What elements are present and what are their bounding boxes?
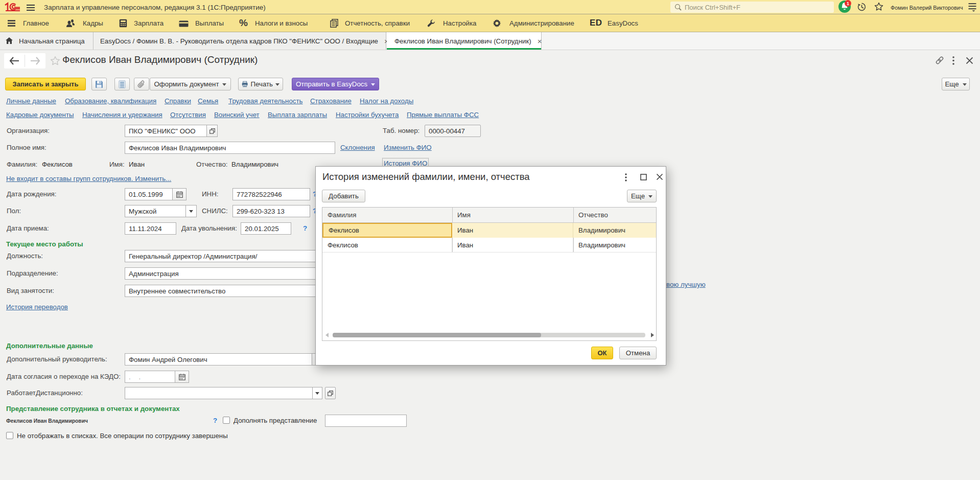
window-close-icon[interactable] xyxy=(966,57,973,64)
dialog-cancel-button[interactable]: Отмена xyxy=(619,347,657,359)
navlink-military[interactable]: Воинский учет xyxy=(214,111,260,119)
birth-date-input[interactable]: 01.05.1999 xyxy=(125,188,173,200)
hide-in-lists-checkbox[interactable] xyxy=(6,432,13,439)
remote-work-dropdown-button[interactable] xyxy=(312,387,322,399)
navlink-absences[interactable]: Отсутствия xyxy=(170,111,206,119)
cell-name[interactable]: Иван xyxy=(452,238,573,253)
declension-link[interactable]: Склонения xyxy=(340,144,375,151)
menu-item-salary[interactable]: Зарплата xyxy=(134,14,164,32)
navlink-hr-documents[interactable]: Кадровые документы xyxy=(6,111,74,119)
window-star-icon[interactable] xyxy=(50,56,60,66)
change-fio-link[interactable]: Изменить ФИО xyxy=(384,144,432,151)
attachments-button[interactable] xyxy=(134,78,149,90)
dialog-ok-button[interactable]: ОК xyxy=(591,347,613,359)
navlink-accruals[interactable]: Начисления и удержания xyxy=(82,111,162,119)
org-input[interactable]: ПКО "ФЕНИКС" ООО xyxy=(125,125,207,137)
window-more-icon[interactable] xyxy=(952,56,954,65)
search-icon xyxy=(674,4,682,11)
partial-link[interactable]: вою лучшую xyxy=(666,281,706,288)
fire-date-help-link[interactable]: ? xyxy=(303,224,307,232)
favorites-star-icon[interactable] xyxy=(874,2,883,11)
transfers-history-link[interactable]: История переводов xyxy=(6,303,68,311)
supplement-label[interactable]: Дополнять представление xyxy=(234,417,317,424)
navlink-income-tax[interactable]: Налог на доходы xyxy=(360,97,413,105)
scroll-left-icon[interactable] xyxy=(325,333,329,337)
column-header-surname[interactable]: Фамилия xyxy=(322,208,452,223)
menu-item-payments[interactable]: Выплаты xyxy=(195,14,224,32)
column-header-patronymic[interactable]: Отчество xyxy=(573,208,656,223)
org-open-button[interactable] xyxy=(207,125,218,137)
gender-select[interactable]: Мужской xyxy=(125,205,186,217)
tab-home[interactable]: Начальная страница xyxy=(0,32,94,50)
hire-date-input[interactable]: 11.11.2024 xyxy=(125,222,176,235)
cell-name[interactable]: Иван xyxy=(452,223,573,238)
scroll-right-icon[interactable] xyxy=(651,333,654,337)
supplement-checkbox[interactable] xyxy=(223,417,230,424)
navlink-fss[interactable]: Прямые выплаты ФСС xyxy=(407,111,479,119)
dialog-close-icon[interactable] xyxy=(656,173,663,180)
navlink-family[interactable]: Семья xyxy=(198,97,218,105)
gender-dropdown-button[interactable] xyxy=(185,205,197,217)
forward-arrow-icon[interactable] xyxy=(30,57,40,65)
show-requisites-button[interactable] xyxy=(114,78,130,90)
menu-item-administration[interactable]: Администрирование xyxy=(509,14,574,32)
representation-help-link[interactable]: ? xyxy=(213,417,217,424)
kedo-date-input[interactable]: . . xyxy=(125,371,175,383)
birth-date-calendar-button[interactable] xyxy=(173,188,186,200)
tab-employee[interactable]: Феклисов Иван Владимирович (Сотрудник) × xyxy=(387,32,542,50)
table-row-selected[interactable]: Феклисов Иван Владимирович xyxy=(322,223,656,238)
back-arrow-icon[interactable] xyxy=(9,57,19,65)
hide-in-lists-label[interactable]: Не отображать в списках. Все операции по… xyxy=(17,432,228,440)
navlink-salary-payment[interactable]: Выплата зарплаты xyxy=(268,111,327,119)
table-row[interactable]: Феклисов Иван Владимирович xyxy=(322,238,656,253)
groups-link[interactable]: Не входит в составы групп сотрудников. И… xyxy=(6,175,171,182)
navlink-labor-activity[interactable]: Трудовая деятельность xyxy=(228,97,303,105)
dialog-add-button[interactable]: Добавить xyxy=(322,190,365,202)
dialog-maximize-icon[interactable] xyxy=(640,174,647,180)
cell-surname-selected[interactable]: Феклисов xyxy=(322,223,452,238)
supplement-input[interactable] xyxy=(325,415,407,427)
cell-patronymic[interactable]: Владимирович xyxy=(573,223,656,238)
dialog-more-icon[interactable] xyxy=(625,173,627,181)
link-chain-icon[interactable] xyxy=(935,56,944,65)
menu-item-main[interactable]: Главное xyxy=(23,14,49,32)
menu-item-settings[interactable]: Настройка xyxy=(443,14,476,32)
global-search-input[interactable]: Поиск Ctrl+Shift+F xyxy=(670,2,834,13)
add-manager-input[interactable]: Фомин Андрей Олегович xyxy=(125,353,312,365)
menu-item-taxes[interactable]: Налоги и взносы xyxy=(255,14,308,32)
kedo-calendar-button[interactable] xyxy=(175,371,189,383)
menu-item-staff[interactable]: Кадры xyxy=(83,14,103,32)
service-menu-icon[interactable] xyxy=(968,3,976,12)
navlink-certificates[interactable]: Справки xyxy=(165,97,191,105)
send-easydocs-button[interactable]: Отправить в EasyDocs xyxy=(292,78,379,90)
dialog-more-button[interactable]: Еще xyxy=(627,190,657,202)
column-header-name[interactable]: Имя xyxy=(452,208,573,223)
cell-surname[interactable]: Феклисов xyxy=(322,238,452,253)
save-button[interactable] xyxy=(91,78,107,90)
navlink-education[interactable]: Образование, квалификация xyxy=(65,97,156,105)
fire-date-input[interactable]: 20.01.2025 xyxy=(241,222,291,235)
snils-input[interactable]: 299-620-323 13 xyxy=(232,205,310,217)
menu-item-reports[interactable]: Отчетность, справки xyxy=(345,14,410,32)
remote-work-select[interactable] xyxy=(125,387,313,399)
sections-menu-icon[interactable] xyxy=(8,20,15,27)
remote-work-open-button[interactable] xyxy=(325,387,336,399)
navlink-accounting[interactable]: Настройки бухучета xyxy=(336,111,399,119)
navlink-personal-data[interactable]: Личные данные xyxy=(6,97,56,105)
cell-patronymic[interactable]: Владимирович xyxy=(573,238,656,253)
tab-easydocs-inbox[interactable]: EasyDocs / Фомин В. В. - Руководитель от… xyxy=(94,32,386,50)
more-button[interactable]: Еще xyxy=(942,78,970,90)
save-close-button[interactable]: Записать и закрыть xyxy=(5,78,86,90)
full-name-input[interactable]: Феклисов Иван Владимирович xyxy=(125,142,335,154)
navlink-insurance[interactable]: Страхование xyxy=(310,97,352,105)
user-name[interactable]: Фомин Валерий Викторович xyxy=(891,5,963,11)
tab-number-input[interactable]: 0000-00447 xyxy=(425,125,481,137)
main-menu-icon[interactable] xyxy=(27,5,35,12)
print-button[interactable]: Печать xyxy=(238,78,283,90)
tab-close-icon[interactable]: × xyxy=(538,37,542,45)
inn-input[interactable]: 772782522946 xyxy=(232,188,310,200)
create-document-button[interactable]: Оформить документ xyxy=(150,78,231,90)
hscrollbar-thumb[interactable] xyxy=(333,333,541,337)
menu-item-easydocs[interactable]: EasyDocs xyxy=(608,14,638,32)
history-icon[interactable] xyxy=(857,3,866,11)
